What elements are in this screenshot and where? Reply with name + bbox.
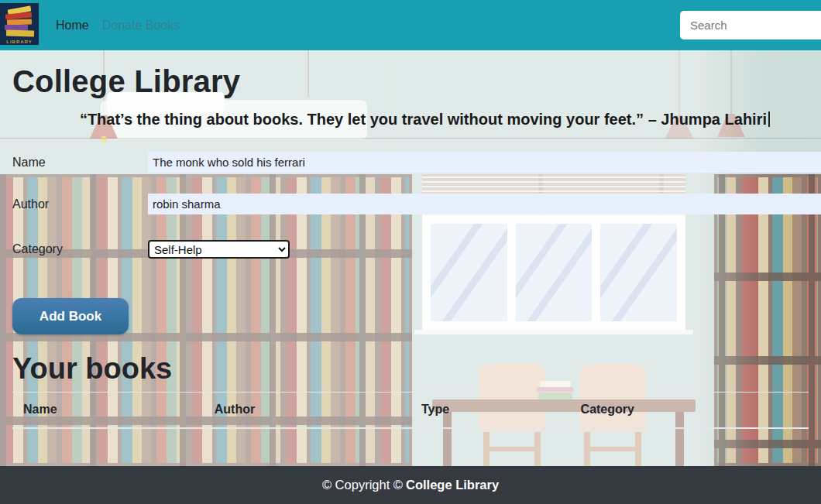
- quote-text: “That’s the thing about books. They let …: [80, 111, 767, 128]
- college-library-page: LIBRARY Home Donate Books: [0, 0, 821, 504]
- nav-link-donate-books[interactable]: Donate Books: [102, 12, 180, 39]
- divider: [0, 138, 821, 139]
- table-header-row: Name Author Type Category: [12, 393, 809, 429]
- form-row-author: Author: [0, 194, 821, 214]
- category-label: Category: [0, 242, 148, 256]
- author-label: Author: [0, 197, 148, 211]
- nav-link-home[interactable]: Home: [56, 12, 89, 39]
- column-header-type: Type: [410, 393, 570, 429]
- logo-text: LIBRARY: [0, 39, 39, 44]
- form-row-category: Category Self-Help: [0, 240, 821, 259]
- main-content: College Library “That’s the thing about …: [0, 50, 821, 429]
- text-caret: [768, 111, 770, 127]
- search-input[interactable]: [680, 11, 821, 39]
- navbar: LIBRARY Home Donate Books: [0, 0, 821, 50]
- add-book-button[interactable]: Add Book: [12, 298, 129, 334]
- site-logo[interactable]: LIBRARY: [0, 3, 39, 45]
- form-row-name: Name: [0, 152, 821, 173]
- category-select[interactable]: Self-Help: [148, 240, 290, 259]
- page-title: College Library: [12, 64, 821, 98]
- book-author-input[interactable]: [148, 194, 821, 214]
- quote-line: “That’s the thing about books. They let …: [0, 109, 821, 129]
- column-header-author: Author: [204, 393, 410, 429]
- books-table: Name Author Type Category: [12, 392, 809, 429]
- column-header-category: Category: [570, 393, 809, 429]
- copyright-text: © Copyright ©: [322, 478, 403, 492]
- column-header-name: Name: [12, 393, 204, 429]
- book-name-input[interactable]: [148, 152, 821, 173]
- footer: © Copyright ©College Library: [0, 466, 821, 504]
- footer-brand: College Library: [406, 478, 499, 492]
- books-table-header: Name Author Type Category: [12, 393, 809, 429]
- your-books-heading: Your books: [12, 351, 821, 386]
- name-label: Name: [0, 156, 148, 170]
- logo-book-icon: [6, 29, 34, 36]
